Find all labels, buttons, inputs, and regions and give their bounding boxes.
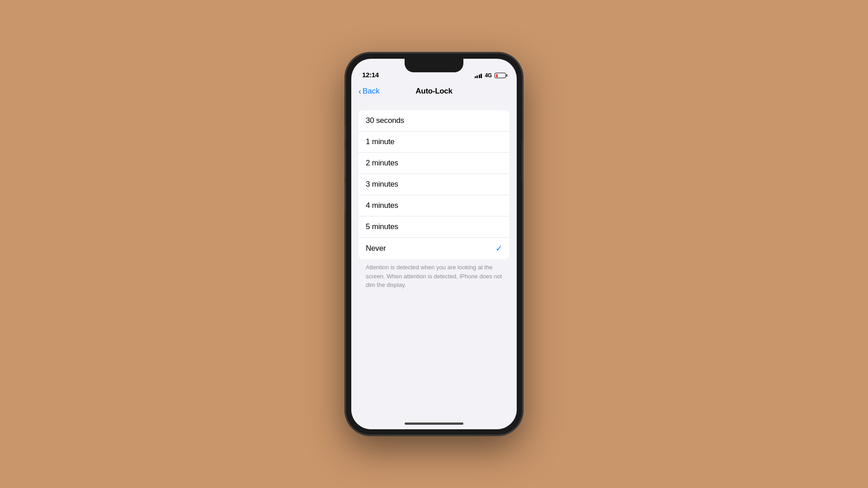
option-5-minutes-label: 5 minutes [366,222,398,231]
btn-volume-up [344,148,346,178]
option-4-minutes[interactable]: 4 minutes [359,195,509,216]
option-never-label: Never [366,244,386,253]
option-4-minutes-label: 4 minutes [366,201,398,210]
status-time: 12:14 [362,71,379,79]
battery-body: 16 [495,73,506,78]
options-list: 30 seconds 1 minute 2 minutes 3 minutes … [359,110,509,259]
phone-screen: 12:14 4G 16 ‹ [351,59,517,429]
page-title: Auto-Lock [415,87,452,96]
back-button[interactable]: ‹ Back [359,87,380,96]
option-1-minute[interactable]: 1 minute [359,131,509,153]
btn-mute [344,126,346,141]
selected-checkmark-icon: ✓ [495,244,502,253]
option-never[interactable]: Never ✓ [359,238,509,259]
content-area: 30 seconds 1 minute 2 minutes 3 minutes … [351,101,517,429]
home-indicator [405,422,463,425]
option-30-seconds-label: 30 seconds [366,116,404,125]
signal-icon [475,73,482,78]
option-3-minutes-label: 3 minutes [366,180,398,189]
nav-bar: ‹ Back Auto-Lock [351,81,517,101]
option-2-minutes-label: 2 minutes [366,159,398,168]
notch [405,59,463,72]
btn-power [522,141,524,182]
option-3-minutes[interactable]: 3 minutes [359,174,509,195]
status-icons: 4G 16 [475,72,506,79]
footer-note: Attention is detected when you are looki… [366,263,502,290]
option-30-seconds[interactable]: 30 seconds [359,110,509,131]
option-1-minute-label: 1 minute [366,137,395,146]
btn-volume-down [344,182,346,211]
battery-number: 16 [497,73,503,78]
option-5-minutes[interactable]: 5 minutes [359,216,509,238]
phone-wrapper: 12:14 4G 16 ‹ [346,53,522,435]
option-2-minutes[interactable]: 2 minutes [359,153,509,174]
cell-network-label: 4G [485,72,492,79]
back-label: Back [363,87,380,96]
chevron-left-icon: ‹ [359,87,361,95]
battery-icon: 16 [495,73,506,78]
